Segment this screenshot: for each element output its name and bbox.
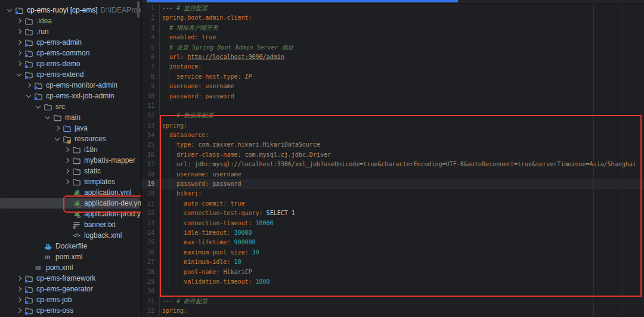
tree-item-cp-ems-framework[interactable]: cp-ems-framework [0,273,141,284]
code-text[interactable]: idle-timeout: 30000 [162,228,252,238]
chevron-right-icon[interactable] [14,273,24,284]
tree-scrollbar-thumb[interactable] [137,1,140,18]
tree-item-cp-ems-generator[interactable]: cp-ems-generator [0,284,141,294]
tree-item-dockerfile[interactable]: Dockerfile [0,241,141,251]
line-number[interactable]: 31 [142,297,160,306]
line-number[interactable]: 1 [142,4,160,13]
line-number[interactable]: 8 [142,72,160,82]
tree-item-application.yml[interactable]: application.yml [0,187,141,198]
line-number[interactable]: 32 [142,306,160,316]
chevron-down-icon[interactable] [33,101,43,112]
chevron-right-icon[interactable] [62,176,72,187]
tree-item-templates[interactable]: templates [0,176,141,187]
code-text[interactable]: spring: [162,306,187,316]
code-text[interactable]: --- # 邮件配置 [162,297,208,306]
code-line-5[interactable]: 5 # 设置 Spring Boot Admin Server 地址 [142,43,644,52]
code-text[interactable]: validation-timeout: 1000 [162,277,270,287]
line-number[interactable]: 21 [142,199,160,209]
code-text[interactable]: url: jdbc:mysql://localhost:3306/xxl_job… [162,160,636,169]
tree-item-pom.xml[interactable]: mpom.xml [0,262,141,273]
code-text[interactable]: auto-commit: true [162,199,245,209]
line-number[interactable]: 19 [142,179,160,189]
tree-item-cp-ems-common[interactable]: cp-ems-common [0,48,141,58]
chevron-right-icon[interactable] [14,48,24,58]
code-text[interactable]: username: username [162,82,234,91]
line-number[interactable]: 16 [142,150,160,160]
code-line-26[interactable]: 26 maximum-pool-size: 30 [142,248,644,257]
code-text[interactable]: instance: [162,62,202,72]
tree-item-java[interactable]: java [0,123,141,133]
line-number[interactable]: 30 [142,287,160,296]
code-line-27[interactable]: 27 minimum-idle: 10 [142,257,644,267]
code-line-14[interactable]: 14 datasource: [142,130,644,140]
code-text[interactable]: pool-name: HikariCP [162,268,252,277]
code-text[interactable]: hikari: [162,189,202,198]
tree-item-cp-ems-job[interactable]: cp-ems-job [0,294,141,305]
tree-item-banner.txt[interactable]: banner.txt [0,219,141,230]
code-line-25[interactable]: 25 max-lifetime: 900000 [142,238,644,247]
tree-item-application-dev.yml[interactable]: application-dev.yml [0,198,140,209]
tree-item-application-prod.yml[interactable]: application-prod.yml [0,209,141,219]
code-text[interactable]: password: password [162,92,234,101]
code-line-32[interactable]: 32spring: [142,306,644,316]
tree-item-pom.xml[interactable]: mpom.xml [0,251,141,262]
chevron-down-icon[interactable] [52,133,62,144]
chevron-down-icon[interactable] [14,69,24,80]
code-line-4[interactable]: 4 enabled: true [142,33,644,42]
code-text[interactable]: service-host-type: IP [162,72,252,82]
line-number[interactable]: 17 [142,160,160,169]
code-line-23[interactable]: 23 connection-timeout: 10000 [142,219,644,228]
chevron-down-icon[interactable] [43,112,52,123]
chevron-right-icon[interactable] [14,284,24,294]
code-line-12[interactable]: 12--- # 数据库配置 [142,111,644,120]
tree-item-.idea[interactable]: .idea [0,15,141,26]
line-number[interactable]: 3 [142,23,160,33]
chevron-right-icon[interactable] [14,58,24,69]
line-number[interactable]: 4 [142,33,160,42]
code-line-21[interactable]: 21 auto-commit: true [142,199,644,209]
code-text[interactable]: --- # 监控配置 [162,4,208,13]
code-text[interactable]: connection-test-query: SELECT 1 [162,209,295,218]
line-number[interactable]: 5 [142,43,160,52]
code-line-31[interactable]: 31--- # 邮件配置 [142,297,644,306]
line-number[interactable]: 18 [142,170,160,179]
code-line-6[interactable]: 6 url: http://localhost:9090/admin [142,52,644,62]
code-line-24[interactable]: 24 idle-timeout: 30000 [142,228,644,238]
chevron-right-icon[interactable] [62,166,72,176]
line-number[interactable]: 11 [142,101,160,111]
chevron-right-icon[interactable] [14,15,24,26]
tree-item-cp-ems-ruoyi-cp-ems-[interactable]: cp-ems-ruoyi [cp-ems]D:\IDEAProjects\c [0,5,141,15]
code-line-7[interactable]: 7 instance: [142,62,644,72]
line-number[interactable]: 7 [142,62,160,72]
code-text[interactable]: type: com.zaxxer.hikari.HikariDataSource [162,140,320,150]
chevron-right-icon[interactable] [24,80,33,91]
code-line-20[interactable]: 20 hikari: [142,189,644,198]
chevron-down-icon[interactable] [24,91,33,101]
line-number[interactable]: 2 [142,13,160,23]
line-number[interactable]: 27 [142,257,160,267]
line-number[interactable]: 20 [142,189,160,198]
tree-item-.run[interactable]: .run [0,26,141,37]
code-text[interactable]: spring: [162,121,187,130]
line-number[interactable]: 14 [142,130,160,140]
tree-item-cp-ems-monitor-admin[interactable]: cp-ems-monitor-admin [0,80,141,91]
code-line-10[interactable]: 10 password: password [142,92,644,101]
chevron-right-icon[interactable] [14,37,24,48]
code-line-17[interactable]: 17 url: jdbc:mysql://localhost:3306/xxl_… [142,160,644,169]
tree-item-src[interactable]: src [0,101,141,112]
line-number[interactable]: 28 [142,268,160,277]
line-number[interactable]: 13 [142,121,160,130]
code-line-8[interactable]: 8 service-host-type: IP [142,72,644,82]
tree-item-mybatis-mapper[interactable]: mybatis-mapper [0,155,141,166]
code-text[interactable]: connection-timeout: 10000 [162,219,274,228]
code-text[interactable]: password: password [162,179,241,189]
code-text[interactable]: url: http://localhost:9090/admin [162,52,284,62]
code-text[interactable]: enabled: true [162,33,216,42]
code-line-19[interactable]: 19 password: password [142,179,644,189]
tree-item-i18n[interactable]: i18n [0,144,141,155]
code-text[interactable]: # 增加客户端开关 [162,23,218,33]
code-text[interactable]: --- # 数据库配置 [162,111,213,120]
code-line-13[interactable]: 13spring: [142,121,644,130]
tree-item-cp-ems-oss[interactable]: cp-ems-oss [0,305,141,316]
chevron-right-icon[interactable] [14,294,24,305]
